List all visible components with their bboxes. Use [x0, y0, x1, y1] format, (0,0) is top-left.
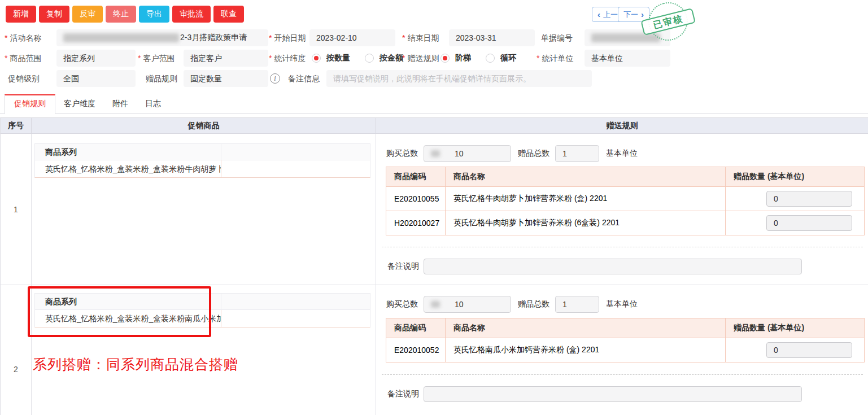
end-date-field[interactable]: 2023-03-31: [449, 29, 535, 46]
prev-label: 上一: [603, 10, 618, 20]
series-table-header: 商品系列: [35, 294, 370, 310]
series-table: 商品系列 英氏忆格_忆格米粉_盒装米粉_盒装米粉南瓜小米加钙: [34, 293, 370, 327]
chevron-left-icon: ‹: [597, 10, 600, 19]
gift-qty-input[interactable]: [766, 342, 852, 358]
gift-row: E202010055 英氏忆格牛肉胡萝卜加锌营养米粉 (盒) 2201: [386, 186, 864, 211]
promo-level-field[interactable]: 全国: [56, 70, 136, 87]
gift-row: H202010027 英氏忆格牛肉胡萝卜加锌营养米粉 (6盒装) 2201: [386, 211, 864, 235]
stat-unit-label: *统计单位: [536, 50, 573, 67]
red-annotation-text: 系列搭赠：同系列商品混合搭赠: [33, 355, 238, 374]
product-code: H202010027: [386, 211, 446, 235]
series-column-header: 商品系列: [35, 144, 221, 160]
buy-total-label: 购买总数: [386, 299, 418, 309]
info-icon[interactable]: i: [270, 73, 280, 84]
gift-row: E202010052 英氏忆格南瓜小米加钙营养米粉 (盒) 2201: [386, 338, 864, 362]
radio-ladder[interactable]: 阶梯: [440, 53, 471, 63]
note-input[interactable]: [424, 259, 802, 274]
gift-rule-radio-group: 阶梯 循环: [440, 50, 531, 67]
promo-products-cell: 商品系列 英氏忆格_忆格米粉_盒装米粉_盒装米粉牛肉胡萝卜加锌: [32, 134, 376, 285]
product-scope-label: *商品范围: [5, 50, 41, 67]
code-column-header: 商品编码: [386, 167, 446, 186]
radio-unselected-icon: [486, 54, 495, 63]
gift-products-table: 商品编码 商品名称 赠品数量 (基本单位) E202010052 英氏忆格南瓜小…: [386, 318, 865, 362]
promo-products-cell: 商品系列 英氏忆格_忆格米粉_盒装米粉_盒装米粉南瓜小米加钙 系列搭赠：同系列商…: [32, 285, 376, 415]
seq-column-header: 序号: [1, 118, 32, 133]
gift-products-table: 商品编码 商品名称 赠品数量 (基本单位) E202010055 英氏忆格牛肉胡…: [386, 167, 865, 235]
gift-qty-input[interactable]: [766, 215, 852, 231]
series-value: 英氏忆格_忆格米粉_盒装米粉_盒装米粉牛肉胡萝卜加锌: [35, 160, 221, 177]
buy-total-input[interactable]: 10: [424, 296, 511, 313]
radio-by-amount[interactable]: 按金额: [365, 53, 403, 63]
activity-name-field[interactable]: 2-3月搭赠政策申请: [56, 29, 268, 46]
remark-input[interactable]: [326, 70, 592, 87]
unapprove-button[interactable]: 反审: [72, 6, 103, 23]
series-table-header: 商品系列: [35, 144, 370, 160]
linked-query-button[interactable]: 联查: [213, 6, 244, 23]
stat-unit-field[interactable]: 基本单位: [585, 50, 670, 67]
gift-rules-cell: 购买总数 10 赠品总数 1 基本单位 商品编码 商品名称 赠品数量 (基本单位…: [376, 134, 868, 285]
radio-selected-icon: [440, 54, 450, 63]
customer-scope-field[interactable]: 指定客户: [184, 50, 268, 67]
dashed-divider: [382, 374, 863, 375]
name-column-header: 商品名称: [446, 167, 726, 186]
gift-qty-input[interactable]: [766, 191, 852, 207]
gift-rule-label: *赠送规则: [402, 50, 439, 67]
approved-stamp: 已审核: [643, 0, 693, 46]
terminate-button[interactable]: 终止: [106, 6, 136, 23]
product-code: E202010055: [386, 187, 446, 211]
note-input[interactable]: [424, 386, 802, 402]
tab-attachments[interactable]: 附件: [104, 95, 137, 113]
activity-name-label: *活动名称: [5, 29, 41, 46]
row-seq: 1: [1, 134, 32, 285]
gift-qty-rule-field[interactable]: 固定数量: [184, 70, 268, 87]
series-row: 英氏忆格_忆格米粉_盒装米粉_盒装米粉南瓜小米加钙: [35, 310, 370, 327]
tab-logs[interactable]: 日志: [137, 95, 169, 113]
radio-by-quantity[interactable]: 按数量: [312, 53, 350, 63]
gift-total-input[interactable]: 1: [555, 296, 599, 313]
radio-cycle[interactable]: 循环: [486, 53, 516, 63]
code-column-header: 商品编码: [386, 318, 446, 338]
gift-column-header: 赠送规则: [376, 118, 868, 133]
product-name: 英氏忆格南瓜小米加钙营养米粉 (盒) 2201: [446, 338, 726, 362]
buy-total-input[interactable]: 10: [424, 145, 511, 162]
gift-qty-rule-label: 赠品规则: [146, 70, 177, 87]
tab-promotion-rules[interactable]: 促销规则: [5, 94, 55, 114]
add-button[interactable]: 新增: [6, 6, 36, 23]
gift-rules-cell: 购买总数 10 赠品总数 1 基本单位 商品编码 商品名称 赠品数量 (基本单位…: [376, 285, 868, 415]
tab-bar: 促销规则 客户维度 附件 日志: [0, 95, 868, 114]
radio-selected-icon: [312, 54, 321, 63]
copy-button[interactable]: 复制: [39, 6, 69, 23]
start-date-field[interactable]: 2023-02-10: [309, 29, 395, 46]
redacted-activity-name-prefix: [63, 33, 179, 42]
promotion-rules-table: 序号 促销商品 赠送规则 1 商品系列 英氏忆格_忆格米粉_盒装米粉_盒装米粉牛…: [0, 117, 868, 415]
promotion-policy-page: 新增 复制 反审 终止 导出 审批流 联查 ‹ 上一 下一 › 已审核 *活动名…: [0, 0, 868, 415]
row-seq: 2: [1, 285, 32, 415]
note-label: 备注说明: [387, 389, 419, 399]
table-row: 1 商品系列 英氏忆格_忆格米粉_盒装米粉_盒装米粉牛肉胡萝卜加锌 购买总数: [1, 134, 868, 285]
redacted-unit-chip: [431, 150, 440, 157]
approval-flow-button[interactable]: 审批流: [172, 6, 211, 23]
tab-customer-dimension[interactable]: 客户维度: [55, 95, 104, 113]
export-button[interactable]: 导出: [139, 6, 169, 23]
gift-total-label: 赠品总数: [518, 148, 549, 159]
name-column-header: 商品名称: [446, 318, 726, 338]
qty-column-header: 赠品数量 (基本单位): [726, 318, 864, 338]
unit-text: 基本单位: [606, 299, 638, 309]
product-code: E202010052: [386, 338, 446, 362]
product-name: 英氏忆格牛肉胡萝卜加锌营养米粉 (盒) 2201: [446, 187, 726, 211]
totals-line: 购买总数 10 赠品总数 1 基本单位: [386, 296, 638, 313]
remark-label: 备注信息: [288, 70, 320, 87]
series-row: 英氏忆格_忆格米粉_盒装米粉_盒装米粉牛肉胡萝卜加锌: [35, 160, 370, 177]
promo-level-label: 促销级别: [8, 70, 40, 87]
dashed-divider: [382, 247, 863, 247]
buy-total-label: 购买总数: [386, 148, 418, 159]
end-date-label: *结束日期: [402, 29, 439, 46]
radio-unselected-icon: [365, 54, 374, 63]
customer-scope-label: *客户范围: [138, 50, 175, 67]
gift-total-input[interactable]: 1: [555, 145, 599, 162]
gift-table-header: 商品编码 商品名称 赠品数量 (基本单位): [386, 167, 864, 186]
activity-name-value: 2-3月搭赠政策申请: [180, 33, 247, 43]
series-table: 商品系列 英氏忆格_忆格米粉_盒装米粉_盒装米粉牛肉胡萝卜加锌: [34, 143, 370, 178]
table-row: 2 商品系列 英氏忆格_忆格米粉_盒装米粉_盒装米粉南瓜小米加钙 系列搭赠：同系…: [1, 285, 868, 415]
product-scope-field[interactable]: 指定系列: [56, 50, 136, 67]
